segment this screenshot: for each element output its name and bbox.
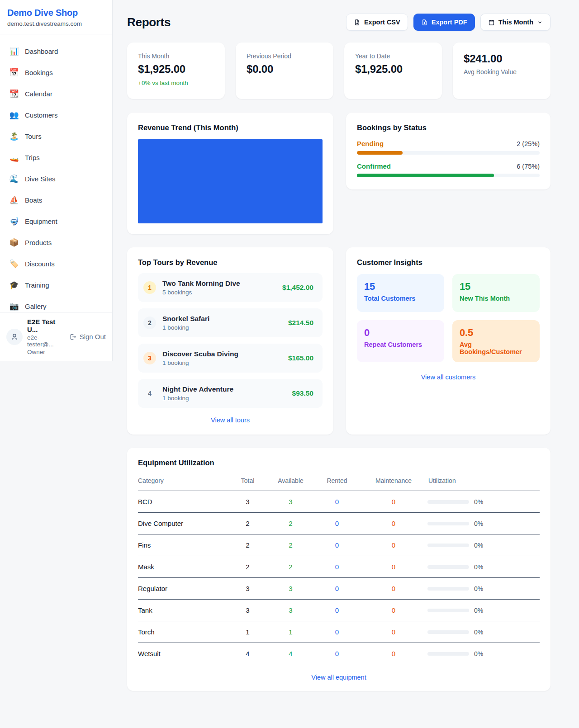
stat-value: $1,925.00 bbox=[355, 63, 431, 76]
tour-bookings: 1 booking bbox=[162, 324, 209, 331]
people-icon: 👥 bbox=[9, 110, 19, 120]
cell-available: 3 bbox=[267, 491, 314, 513]
revenue-trend-chart bbox=[138, 139, 323, 223]
tour-name: Snorkel Safari bbox=[162, 315, 209, 323]
status-row-pending: Pending 2 (25%) bbox=[357, 140, 540, 155]
utilization-bar bbox=[427, 587, 469, 591]
cell-available: 2 bbox=[267, 556, 314, 578]
table-row: Dive Computer 2 2 0 0 0% bbox=[138, 513, 540, 534]
cell-available: 4 bbox=[267, 643, 314, 665]
tour-revenue: $93.50 bbox=[292, 389, 313, 397]
rank-badge: 3 bbox=[143, 352, 156, 364]
bookings-by-status-title: Bookings by Status bbox=[357, 123, 540, 132]
table-row: BCD 3 3 0 0 0% bbox=[138, 491, 540, 513]
sidebar-item-gallery[interactable]: 📷 Gallery bbox=[4, 298, 109, 312]
avatar bbox=[6, 329, 23, 345]
tour-list-item: 4 Night Dive Adventure 1 booking $93.50 bbox=[138, 379, 323, 408]
sidebar-item-label: Bookings bbox=[25, 69, 53, 76]
sidebar-item-dashboard[interactable]: 📊 Dashboard bbox=[4, 43, 109, 60]
sailboat-icon: ⛵ bbox=[9, 195, 19, 205]
status-bar-fill bbox=[357, 174, 494, 177]
view-all-customers-link[interactable]: View all customers bbox=[357, 373, 540, 381]
table-row: Regulator 3 3 0 0 0% bbox=[138, 578, 540, 600]
view-all-equipment-link[interactable]: View all equipment bbox=[138, 674, 540, 681]
utilization-pct: 0% bbox=[474, 650, 483, 657]
utilization-pct: 0% bbox=[474, 629, 483, 636]
brand-block: Demo Dive Shop demo.test.divestreams.com bbox=[0, 0, 112, 34]
camera-icon: 📷 bbox=[9, 302, 19, 311]
insight-label: Repeat Customers bbox=[364, 341, 437, 348]
cell-total: 2 bbox=[228, 513, 267, 534]
stat-card-previous-period: Previous Period $0.00 bbox=[236, 43, 333, 99]
sidebar-item-label: Discounts bbox=[25, 260, 55, 268]
sidebar-item-products[interactable]: 📦 Products bbox=[4, 234, 109, 251]
cell-rented: 0 bbox=[314, 621, 360, 643]
sign-out-button[interactable]: Sign Out bbox=[69, 333, 106, 340]
stat-label: Previous Period bbox=[247, 52, 323, 60]
cell-category: Regulator bbox=[138, 578, 228, 600]
period-dropdown[interactable]: This Month bbox=[480, 14, 551, 31]
export-pdf-label: Export PDF bbox=[432, 19, 467, 26]
insight-tiles: 15 Total Customers 15 New This Month 0 R… bbox=[357, 274, 540, 362]
brand-domain: demo.test.divestreams.com bbox=[7, 20, 105, 27]
insight-label: Avg Bookings/Customer bbox=[460, 341, 532, 355]
stat-value: $0.00 bbox=[247, 63, 323, 76]
customer-insights-title: Customer Insights bbox=[357, 258, 540, 267]
insight-tile-repeat-customers: 0 Repeat Customers bbox=[357, 320, 444, 362]
customer-insights-card: Customer Insights 15 Total Customers 15 … bbox=[346, 247, 551, 435]
cell-rented: 0 bbox=[314, 578, 360, 600]
sidebar-item-training[interactable]: 🎓 Training bbox=[4, 276, 109, 294]
wave-icon: 🌊 bbox=[9, 174, 19, 184]
tour-name: Night Dive Adventure bbox=[162, 385, 233, 393]
sidebar-item-customers[interactable]: 👥 Customers bbox=[4, 106, 109, 124]
cell-category: Fins bbox=[138, 534, 228, 556]
sidebar-item-label: Calendar bbox=[25, 90, 52, 98]
user-email: e2e-tester@... bbox=[27, 334, 65, 348]
column-header-available: Available bbox=[267, 473, 314, 491]
insight-value: 15 bbox=[364, 281, 437, 293]
utilization-bar bbox=[427, 565, 469, 569]
export-csv-button[interactable]: Export CSV bbox=[346, 14, 408, 31]
cell-rented: 0 bbox=[314, 513, 360, 534]
column-header-category: Category bbox=[138, 473, 228, 491]
calendar-icon bbox=[488, 19, 495, 26]
cell-total: 1 bbox=[228, 621, 267, 643]
sidebar-nav: 📊 Dashboard 📅 Bookings 📆 Calendar 👥 Cust… bbox=[0, 34, 112, 312]
stat-value: $241.00 bbox=[464, 52, 540, 65]
cell-utilization: 0% bbox=[427, 534, 540, 556]
tour-bookings: 5 bookings bbox=[162, 289, 240, 296]
tour-revenue: $1,452.00 bbox=[282, 284, 313, 292]
utilization-bar bbox=[427, 652, 469, 656]
stat-value: $1,925.00 bbox=[138, 63, 214, 76]
cell-available: 1 bbox=[267, 621, 314, 643]
insight-value: 0.5 bbox=[460, 327, 532, 339]
tear-off-calendar-icon: 📆 bbox=[9, 89, 19, 99]
sidebar-item-discounts[interactable]: 🏷️ Discounts bbox=[4, 255, 109, 273]
cell-maintenance: 0 bbox=[360, 491, 427, 513]
stat-label: This Month bbox=[138, 52, 214, 60]
sidebar-item-boats[interactable]: ⛵ Boats bbox=[4, 191, 109, 209]
column-header-rented: Rented bbox=[314, 473, 360, 491]
utilization-bar bbox=[427, 609, 469, 612]
rank-badge: 2 bbox=[143, 317, 156, 329]
sidebar-item-bookings[interactable]: 📅 Bookings bbox=[4, 64, 109, 81]
brand-name: Demo Dive Shop bbox=[7, 8, 105, 18]
sidebar-item-trips[interactable]: 🚤 Trips bbox=[4, 149, 109, 166]
status-label: Pending bbox=[357, 140, 384, 147]
sidebar-item-calendar[interactable]: 📆 Calendar bbox=[4, 85, 109, 103]
cell-category: Mask bbox=[138, 556, 228, 578]
status-value: 6 (75%) bbox=[517, 163, 540, 170]
view-all-tours-link[interactable]: View all tours bbox=[138, 416, 323, 424]
tour-list-item: 2 Snorkel Safari 1 booking $214.50 bbox=[138, 308, 323, 337]
sidebar-item-label: Dashboard bbox=[25, 47, 58, 55]
sidebar-item-label: Equipment bbox=[25, 217, 57, 225]
sidebar-item-dive-sites[interactable]: 🌊 Dive Sites bbox=[4, 170, 109, 188]
sidebar-item-tours[interactable]: 🏝️ Tours bbox=[4, 128, 109, 145]
cell-rented: 0 bbox=[314, 643, 360, 665]
sidebar-item-equipment[interactable]: 🤿 Equipment bbox=[4, 213, 109, 230]
tour-revenue: $165.00 bbox=[288, 354, 313, 362]
export-pdf-button[interactable]: Export PDF bbox=[413, 14, 475, 31]
cell-maintenance: 0 bbox=[360, 600, 427, 621]
cell-total: 4 bbox=[228, 643, 267, 665]
period-label: This Month bbox=[498, 19, 533, 26]
